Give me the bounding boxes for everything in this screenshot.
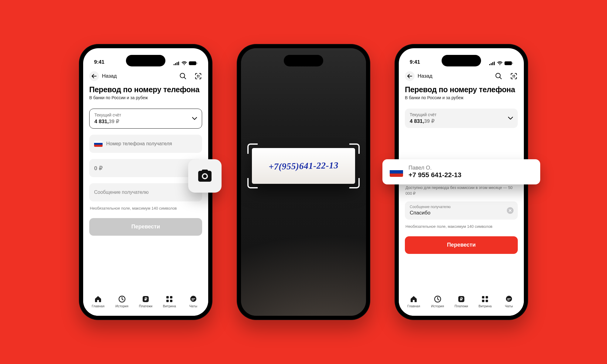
account-label: Текущий счёт	[410, 112, 508, 117]
amount-placeholder: 0 ₽	[94, 165, 103, 172]
svg-rect-37	[482, 296, 484, 298]
svg-rect-39	[482, 300, 484, 302]
account-label: Текущий счёт	[94, 113, 192, 117]
back-button[interactable]: Назад	[405, 71, 432, 81]
svg-rect-2	[177, 62, 178, 65]
payments-icon: ₽	[457, 295, 465, 303]
tab-market[interactable]: Витрина	[475, 295, 495, 308]
back-label: Назад	[102, 73, 117, 79]
svg-point-7	[180, 73, 185, 78]
svg-text:₽: ₽	[460, 297, 463, 302]
qr-scan-button[interactable]	[194, 72, 202, 80]
svg-rect-27	[505, 62, 511, 65]
page-subtitle: В банки по России и за рубеж	[399, 95, 524, 106]
tab-bar: Главная История ₽ Платежи Витрина Чаты	[83, 293, 208, 316]
back-button[interactable]: Назад	[89, 71, 117, 81]
arrow-left-icon	[407, 74, 412, 78]
message-input[interactable]: Сообщение получателю Спасибо ✕	[405, 201, 518, 220]
svg-rect-16	[170, 296, 172, 298]
page-subtitle: В банки по России и за рубеж	[83, 95, 208, 106]
commission-hint: Доступно для перевода без комиссии в это…	[399, 185, 524, 201]
wifi-icon	[181, 61, 187, 65]
account-balance: 4 831,39 ₽	[94, 118, 192, 125]
dynamic-island	[442, 55, 481, 66]
status-time: 9:41	[410, 59, 420, 65]
history-icon	[118, 295, 126, 303]
qr-scan-icon	[510, 73, 517, 79]
dynamic-island	[126, 55, 165, 66]
message-hint: Необязательное поле, максимум 140 символ…	[399, 224, 524, 234]
home-icon	[94, 295, 102, 303]
message-clear-button[interactable]: ✕	[507, 207, 514, 214]
svg-rect-11	[198, 76, 199, 77]
wifi-icon	[497, 61, 503, 65]
chats-icon	[505, 295, 513, 303]
svg-rect-15	[166, 296, 169, 298]
chats-icon	[189, 295, 197, 303]
scan-frame-icon	[247, 143, 360, 188]
qr-scan-button[interactable]	[510, 72, 518, 80]
svg-rect-28	[512, 62, 513, 64]
message-hint: Необязательное поле, максимум 140 символ…	[83, 206, 208, 216]
camera-icon	[196, 169, 213, 183]
chevron-down-icon	[508, 117, 513, 120]
svg-point-21	[203, 174, 207, 178]
transfer-button-label: Перевести	[131, 224, 160, 230]
recipient-card[interactable]: Павел О. +7 955 641-22-13	[382, 159, 540, 184]
recipient-phone: +7 955 641-22-13	[409, 171, 461, 179]
transfer-button-label: Перевести	[447, 242, 476, 248]
svg-rect-10	[197, 76, 198, 77]
tab-chats[interactable]: Чаты	[499, 295, 519, 308]
amount-input[interactable]: 0 ₽	[89, 159, 202, 177]
home-icon	[410, 295, 418, 303]
recipient-name: Павел О.	[409, 165, 461, 171]
message-value: Спасибо	[410, 210, 430, 216]
tab-payments[interactable]: ₽ Платежи	[135, 295, 156, 308]
message-label: Сообщение получателю	[410, 205, 451, 209]
svg-rect-25	[494, 62, 495, 65]
history-icon	[434, 295, 442, 303]
svg-rect-24	[492, 62, 493, 65]
dynamic-island	[284, 55, 323, 66]
phone-input[interactable]: Номер телефона получателя	[89, 135, 202, 153]
tab-home[interactable]: Главная	[403, 295, 424, 308]
svg-rect-9	[198, 75, 199, 76]
search-button[interactable]	[179, 72, 187, 80]
tab-market[interactable]: Витрина	[159, 295, 180, 308]
svg-rect-3	[178, 62, 179, 65]
phone-mockup-1: 9:41 Назад Пере	[79, 44, 212, 320]
svg-rect-38	[486, 296, 488, 298]
market-icon	[165, 295, 173, 303]
payments-icon: ₽	[142, 295, 150, 303]
camera-scan-button[interactable]	[188, 159, 222, 193]
tab-chats[interactable]: Чаты	[183, 295, 204, 308]
tab-home[interactable]: Главная	[88, 295, 108, 308]
svg-rect-8	[197, 75, 198, 76]
account-picker[interactable]: Текущий счёт 4 831,39 ₽	[405, 109, 518, 128]
account-picker[interactable]: Текущий счёт 4 831,39 ₽	[89, 109, 202, 129]
message-input[interactable]: Сообщение получателю	[89, 183, 202, 201]
search-button[interactable]	[495, 72, 503, 80]
status-time: 9:41	[94, 59, 104, 65]
svg-point-29	[496, 73, 500, 78]
signal-icon	[174, 62, 180, 65]
search-icon	[180, 73, 186, 79]
svg-text:₽: ₽	[144, 297, 147, 302]
transfer-button[interactable]: Перевести	[405, 236, 518, 254]
svg-rect-23	[491, 63, 492, 65]
tab-history[interactable]: История	[427, 295, 448, 308]
phone-mockup-3: 9:41 Назад Пере	[395, 44, 528, 320]
svg-rect-1	[175, 63, 176, 65]
svg-rect-5	[189, 62, 196, 65]
svg-rect-22	[489, 64, 490, 65]
svg-rect-32	[513, 76, 514, 77]
svg-rect-30	[513, 75, 514, 76]
nav-bar: Назад	[399, 66, 524, 85]
account-balance: 4 831,39 ₽	[410, 118, 508, 124]
tab-payments[interactable]: ₽ Платежи	[451, 295, 472, 308]
transfer-button[interactable]: Перевести	[89, 218, 202, 236]
flag-russia-icon	[94, 141, 103, 147]
tab-history[interactable]: История	[112, 295, 132, 308]
qr-scan-icon	[195, 73, 202, 79]
svg-rect-6	[197, 62, 197, 64]
